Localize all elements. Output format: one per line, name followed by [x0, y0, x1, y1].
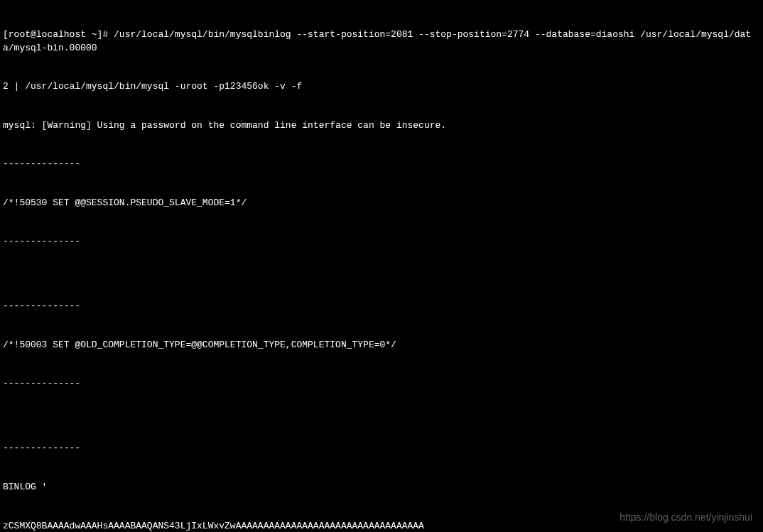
- terminal-line: --------------: [3, 235, 760, 248]
- terminal-line: BINLOG ': [3, 481, 760, 494]
- terminal-output[interactable]: [root@localhost ~]# /usr/local/mysql/bin…: [3, 3, 760, 532]
- watermark-text: https://blog.csdn.net/yinjinshui: [619, 511, 752, 525]
- terminal-line: --------------: [3, 300, 760, 313]
- terminal-line: [root@localhost ~]# /usr/local/mysql/bin…: [3, 28, 760, 54]
- terminal-line: 2 | /usr/local/mysql/bin/mysql -uroot -p…: [3, 80, 760, 93]
- terminal-line: --------------: [3, 158, 760, 170]
- terminal-line: --------------: [3, 442, 760, 455]
- terminal-line: mysql: [Warning] Using a password on the…: [3, 119, 760, 132]
- terminal-line: --------------: [3, 377, 760, 390]
- terminal-line: /*!50003 SET @OLD_COMPLETION_TYPE=@@COMP…: [3, 339, 760, 352]
- terminal-line: /*!50530 SET @@SESSION.PSEUDO_SLAVE_MODE…: [3, 197, 760, 210]
